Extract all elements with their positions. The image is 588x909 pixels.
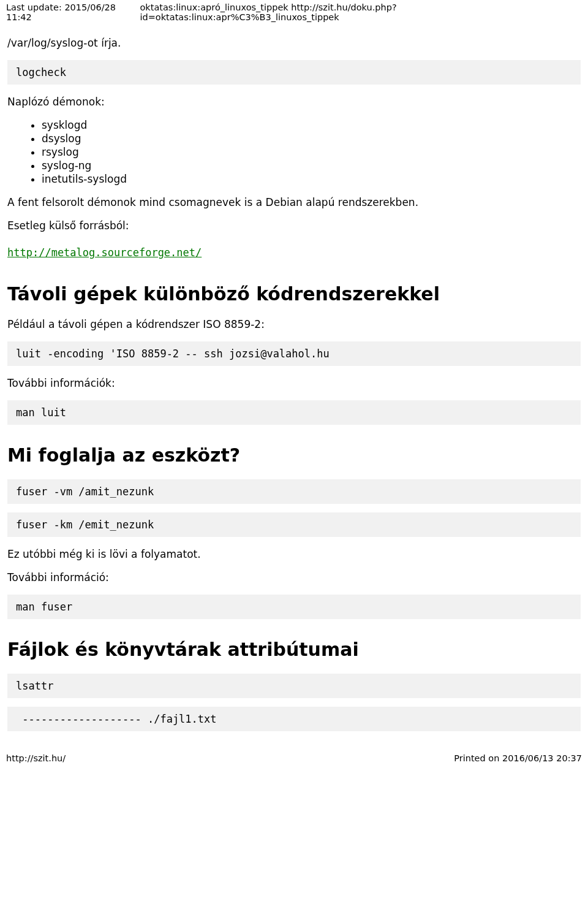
paragraph-tovabbi-info-2: További információ:: [7, 571, 581, 584]
page-header: Last update: 2015/06/28 11:42 oktatas:li…: [0, 0, 588, 26]
header-right: oktatas:linux:apró_linuxos_tippek http:/…: [140, 2, 582, 22]
link-metalog[interactable]: http://metalog.sourceforge.net/: [7, 246, 202, 259]
list-item: inetutils-syslogd: [42, 173, 581, 185]
list-item: dsyslog: [42, 132, 581, 145]
paragraph-ezutobbi: Ez utóbbi még ki is lövi a folyamatot.: [7, 548, 581, 560]
page-content: /var/log/syslog-ot írja. logcheck Naplóz…: [0, 37, 588, 731]
list-item: rsyslog: [42, 146, 581, 158]
code-man-luit: man luit: [7, 400, 581, 425]
code-lsattr-output: ------------------- ./fajl1.txt: [7, 707, 581, 731]
paragraph-esetleg: Esetleg külső forrásból:: [7, 219, 581, 232]
heading-mifoglalja: Mi foglalja az eszközt?: [7, 444, 581, 466]
code-logcheck: logcheck: [7, 60, 581, 85]
footer-left: http://szit.hu/: [6, 753, 66, 763]
list-item: sysklogd: [42, 119, 581, 131]
paragraph-tovabbi-info-1: További információk:: [7, 377, 581, 389]
code-fuser-km: fuser -km /emit_nezunk: [7, 512, 581, 537]
heading-fajlok: Fájlok és könyvtárak attribútumai: [7, 639, 581, 660]
list-item: syslog-ng: [42, 159, 581, 172]
code-lsattr: lsattr: [7, 674, 581, 698]
heading-tavoli: Távoli gépek különböző kódrendszerekkel: [7, 283, 581, 305]
paragraph-intro: /var/log/syslog-ot írja.: [7, 37, 581, 49]
footer-right: Printed on 2016/06/13 20:37: [454, 753, 582, 763]
daemons-list: sysklogd dsyslog rsyslog syslog-ng inetu…: [7, 119, 581, 185]
paragraph-afent: A fent felsorolt démonok mind csomagneve…: [7, 196, 581, 208]
paragraph-peldaul: Például a távoli gépen a kódrendszer ISO…: [7, 318, 581, 330]
code-fuser-vm: fuser -vm /amit_nezunk: [7, 479, 581, 504]
paragraph-naplozo: Naplózó démonok:: [7, 96, 581, 108]
header-left: Last update: 2015/06/28 11:42: [6, 2, 140, 22]
page-footer: http://szit.hu/ Printed on 2016/06/13 20…: [0, 750, 588, 767]
code-man-fuser: man fuser: [7, 595, 581, 619]
code-luit: luit -encoding 'ISO 8859-2 -- ssh jozsi@…: [7, 341, 581, 366]
